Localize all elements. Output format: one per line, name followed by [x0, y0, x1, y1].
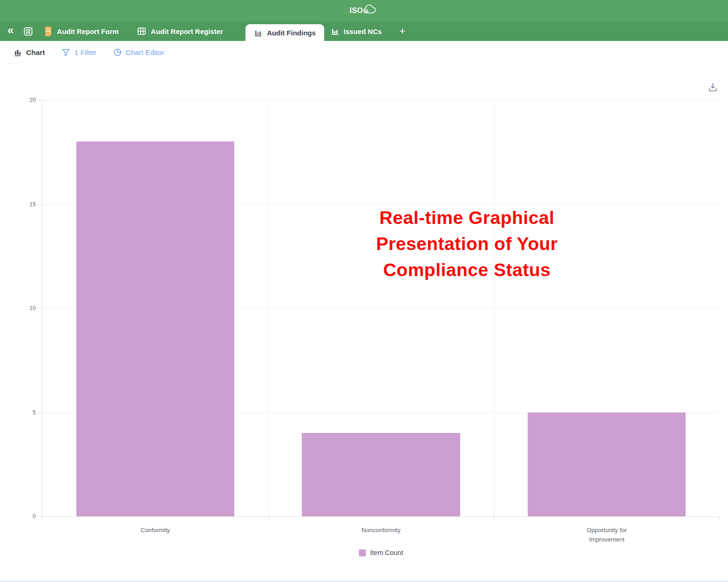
download-icon [707, 81, 719, 93]
tab-audit-report-register[interactable]: Audit Report Register [132, 21, 228, 41]
tab-label: Audit Report Form [57, 27, 119, 35]
collapse-sidebar-button[interactable]: « [7, 25, 14, 36]
tab-label: Audit Report Register [151, 27, 223, 35]
y-axis-tick-label: 20 [21, 96, 36, 104]
y-axis-tick-label: 15 [21, 201, 36, 208]
logo-text: ISO [349, 7, 363, 15]
iso-logo: ISO [349, 5, 378, 16]
chart-editor-label: Chart Editor [126, 48, 164, 57]
app-window: ISO « Audit Report Form [0, 0, 728, 582]
filter-label: 1 Filter [74, 48, 96, 57]
form-view-button[interactable] [23, 26, 34, 37]
x-axis-label: Opportunity for Improvement [578, 526, 636, 544]
x-axis-label: Conformity [141, 526, 170, 535]
y-axis-tick-label: 5 [21, 409, 36, 416]
y-axis-tick [38, 204, 42, 205]
x-axis-label: Nonconformity [361, 526, 401, 535]
tab-issued-ncs[interactable]: Issued NCs [326, 21, 387, 41]
y-axis-tick [38, 100, 42, 101]
v-gridline [268, 100, 269, 516]
bar-chart-icon [331, 27, 340, 36]
bar-opportunity-for-improvement[interactable] [528, 413, 686, 517]
cloud-plus-icon [362, 3, 379, 16]
bar-nonconformity[interactable] [302, 433, 460, 516]
bar-conformity[interactable] [76, 142, 234, 516]
tab-audit-report-form[interactable]: Audit Report Form [39, 21, 123, 41]
legend-label: Item Count [370, 549, 403, 556]
download-button[interactable] [707, 81, 719, 95]
add-tab-button[interactable]: + [400, 26, 406, 36]
y-axis-tick-label: 0 [21, 513, 36, 520]
y-axis-tick [38, 413, 42, 413]
bar-chart-plot: Item Count 05101520ConformityNonconformi… [42, 100, 720, 517]
x-axis-tick [719, 517, 720, 521]
pie-chart-icon [113, 48, 122, 57]
chart-view-button[interactable]: Chart [14, 48, 45, 57]
y-axis-tick-label: 10 [21, 305, 36, 312]
filter-button[interactable]: 1 Filter [61, 48, 96, 57]
chart-legend: Item Count [359, 549, 403, 556]
tab-audit-findings[interactable]: Audit Findings [245, 24, 324, 41]
x-axis-tick [268, 517, 269, 521]
y-axis-tick [38, 516, 42, 517]
document-icon [44, 26, 53, 37]
funnel-icon [61, 48, 70, 57]
table-grid-icon [136, 26, 147, 36]
app-header: ISO [0, 0, 728, 21]
bar-chart-icon [14, 48, 22, 57]
chart-editor-button[interactable]: Chart Editor [113, 48, 164, 57]
form-icon [23, 26, 34, 37]
v-gridline [494, 100, 494, 516]
chart-view-label: Chart [26, 48, 45, 57]
tab-bar: « Audit Report Form [0, 21, 728, 41]
y-axis-tick [38, 308, 42, 309]
bar-chart-icon [254, 28, 263, 37]
x-axis-tick [494, 517, 494, 521]
x-axis-tick [42, 517, 43, 521]
view-toolbar: Chart 1 Filter Chart Editor [0, 41, 728, 64]
tab-label: Issued NCs [344, 27, 382, 35]
tab-label: Audit Findings [267, 29, 316, 37]
legend-swatch [359, 549, 366, 556]
h-gridline [42, 100, 720, 101]
